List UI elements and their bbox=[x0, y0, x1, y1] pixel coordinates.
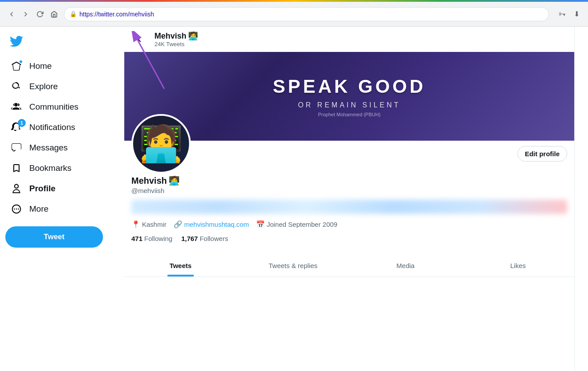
reload-button[interactable] bbox=[34, 8, 46, 20]
notifications-icon: 1 bbox=[11, 122, 22, 133]
sidebar-item-profile[interactable]: Profile bbox=[5, 178, 119, 199]
followers-stat[interactable]: 1,767 Followers bbox=[181, 235, 228, 242]
twitter-logo[interactable] bbox=[5, 30, 28, 52]
profile-title-emoji: 🧑‍💻 bbox=[188, 31, 198, 41]
communities-label: Communities bbox=[29, 102, 79, 112]
location-icon: 📍 bbox=[131, 220, 140, 229]
download-icon-button[interactable]: ⬇ bbox=[570, 8, 583, 20]
sidebar-item-communities[interactable]: Communities bbox=[5, 97, 119, 117]
profile-name-emoji: 🧑‍💻 bbox=[169, 175, 180, 186]
profile-bio-blurred bbox=[131, 200, 567, 214]
avatar-image: 🧑‍💻 bbox=[133, 116, 189, 172]
profile-label: Profile bbox=[29, 184, 55, 193]
joined-meta: 📅 Joined September 2009 bbox=[256, 220, 337, 229]
edit-profile-button[interactable]: Edit profile bbox=[517, 146, 567, 162]
browser-chrome: 🔒 https://twitter.com/mehviish 🗝 ⬇ bbox=[0, 2, 588, 27]
messages-label: Messages bbox=[29, 143, 68, 153]
followers-label: Followers bbox=[200, 235, 228, 242]
tab-likes[interactable]: Likes bbox=[462, 255, 575, 276]
more-icon bbox=[11, 203, 22, 215]
avatar-actions-row: 🧑‍💻 Edit profile bbox=[124, 141, 574, 174]
sidebar-item-notifications[interactable]: 1 Notifications bbox=[5, 117, 119, 138]
profile-tabs: Tweets Tweets & replies Media Likes bbox=[124, 255, 574, 277]
lock-icon: 🔒 bbox=[70, 11, 77, 17]
sidebar: Home Explore Communities 1 Notifications bbox=[0, 27, 124, 371]
profile-meta: 📍 Kashmir 🔗 mehvishmushtaq.com 📅 Joined … bbox=[131, 220, 567, 229]
main-layout: Home Explore Communities 1 Notifications bbox=[0, 27, 588, 371]
link-icon: 🔗 bbox=[174, 220, 182, 229]
sidebar-item-home[interactable]: Home bbox=[5, 56, 119, 76]
website-link[interactable]: mehvishmushtaq.com bbox=[184, 221, 249, 228]
tab-tweets-replies[interactable]: Tweets & replies bbox=[237, 255, 350, 276]
profile-title-name: Mehvish 🧑‍💻 bbox=[154, 31, 198, 41]
profile-title-tweets: 24K Tweets bbox=[154, 41, 198, 47]
home-icon bbox=[11, 60, 22, 72]
back-to-feed-button[interactable] bbox=[131, 32, 147, 47]
banner-attribution: Prophet Mohammed (PBUH) bbox=[273, 112, 426, 117]
profile-actions: Edit profile bbox=[510, 141, 574, 167]
sidebar-item-bookmarks[interactable]: Bookmarks bbox=[5, 158, 119, 178]
more-label: More bbox=[29, 204, 48, 214]
profile-icon bbox=[11, 183, 22, 194]
notifications-badge: 1 bbox=[18, 119, 26, 127]
profile-banner: SPEAK GOOD OR REMAIN SILENT Prophet Moha… bbox=[124, 52, 574, 141]
tab-tweets[interactable]: Tweets bbox=[124, 255, 237, 276]
tab-media[interactable]: Media bbox=[349, 255, 462, 276]
website-meta: 🔗 mehvishmushtaq.com bbox=[174, 220, 249, 229]
url-text: https://twitter.com/mehviish bbox=[79, 11, 154, 18]
profile-name: Mehvish 🧑‍💻 bbox=[131, 175, 567, 186]
content-area: Mehvish 🧑‍💻 24K Tweets SPEAK GOOD OR REM… bbox=[124, 27, 575, 371]
location-text: Kashmir bbox=[142, 221, 166, 228]
browser-nav-buttons bbox=[5, 8, 60, 20]
home-label: Home bbox=[29, 61, 52, 71]
bookmarks-label: Bookmarks bbox=[29, 163, 71, 173]
right-sidebar bbox=[575, 27, 588, 371]
following-label: Following bbox=[144, 235, 172, 242]
key-icon-button[interactable]: 🗝 bbox=[556, 8, 568, 20]
messages-icon bbox=[11, 142, 22, 154]
following-count: 471 bbox=[131, 235, 142, 242]
following-stat[interactable]: 471 Following bbox=[131, 235, 172, 242]
communities-icon bbox=[11, 101, 22, 113]
explore-label: Explore bbox=[29, 82, 58, 91]
location-meta: 📍 Kashmir bbox=[131, 220, 166, 229]
forward-button[interactable] bbox=[20, 8, 32, 20]
browser-actions: 🗝 ⬇ bbox=[556, 8, 583, 20]
sidebar-item-explore[interactable]: Explore bbox=[5, 76, 119, 97]
notifications-label: Notifications bbox=[29, 122, 75, 132]
avatar: 🧑‍💻 bbox=[131, 114, 191, 174]
explore-icon bbox=[11, 81, 22, 92]
profile-header-nav: Mehvish 🧑‍💻 24K Tweets bbox=[124, 27, 574, 52]
banner-content: SPEAK GOOD OR REMAIN SILENT Prophet Moha… bbox=[273, 75, 426, 117]
bookmarks-icon bbox=[11, 162, 22, 174]
profile-title-info: Mehvish 🧑‍💻 24K Tweets bbox=[154, 31, 198, 47]
address-bar[interactable]: 🔒 https://twitter.com/mehviish bbox=[64, 7, 549, 21]
follow-stats: 471 Following 1,767 Followers bbox=[131, 235, 567, 242]
profile-handle: @mehviish bbox=[131, 187, 567, 194]
sidebar-item-more[interactable]: More bbox=[5, 199, 119, 219]
calendar-icon: 📅 bbox=[256, 220, 265, 229]
followers-count: 1,767 bbox=[181, 235, 198, 242]
tweet-button[interactable]: Tweet bbox=[5, 226, 103, 248]
banner-main-text: SPEAK GOOD bbox=[273, 75, 426, 98]
back-button[interactable] bbox=[5, 8, 18, 20]
profile-info: Mehvish 🧑‍💻 @mehviish 📍 Kashmir 🔗 mehvis… bbox=[124, 174, 574, 248]
home-notification-dot bbox=[19, 59, 23, 64]
joined-text: Joined September 2009 bbox=[267, 221, 337, 228]
sidebar-item-messages[interactable]: Messages bbox=[5, 138, 119, 158]
home-browser-button[interactable] bbox=[48, 8, 60, 20]
banner-sub-text: OR REMAIN SILENT bbox=[273, 101, 426, 109]
